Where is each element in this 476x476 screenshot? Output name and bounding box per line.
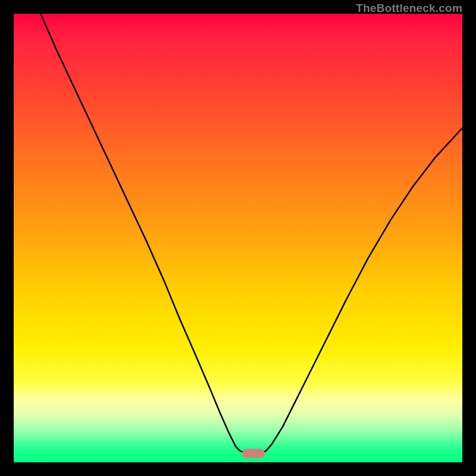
optimal-marker <box>242 449 265 458</box>
plot-area <box>14 14 462 462</box>
attribution-text: TheBottleneck.com <box>356 2 462 15</box>
bottleneck-curve <box>14 14 462 462</box>
